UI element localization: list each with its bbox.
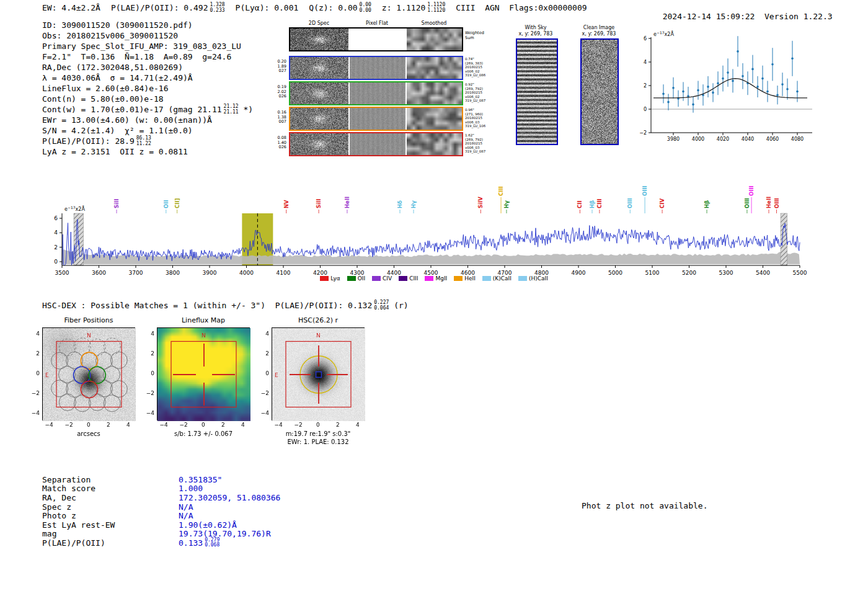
cutout2d-row-weights: 0.201.890270.192.020260.161.380070.081.4…: [263, 56, 286, 161]
fraction-lower: 1.1120: [427, 8, 445, 14]
legend-label: HeII: [464, 275, 476, 282]
x-tick-label: 5400: [756, 270, 770, 276]
cutout-y-tick-label: 0: [142, 370, 154, 376]
fiber-positions-panel: NE: [42, 327, 135, 420]
cutout-y-tick-label: 2: [27, 350, 40, 357]
emission-line-label: CIII: [596, 198, 603, 208]
source-value: 319_LU_106: [465, 124, 485, 128]
emission-line-label: OII: [163, 200, 169, 208]
row-source-label: 0.92"(269, 792)20180215v006_02319_LU_087: [465, 82, 485, 103]
segment-text: λ = 4030.06Å σ = 14.71(±2.49)Å: [42, 73, 193, 82]
y-tick-label: 6: [54, 215, 58, 221]
x-tick-label: 3980: [667, 136, 680, 142]
data-point: [742, 75, 744, 78]
cutout-x-tick-label: 4: [237, 422, 249, 428]
lineflux-map-title: Lineflux Map: [157, 316, 250, 324]
data-point: [697, 89, 699, 92]
cutout-x-tick-label: −4: [272, 422, 285, 428]
cutout-x-tick-label: 2: [217, 422, 229, 428]
smoothed-image: [407, 108, 462, 130]
x-tick-label: 3800: [166, 270, 180, 276]
x-tick-label: 4000: [692, 136, 704, 142]
emission-line-label: CIII: [498, 186, 504, 196]
fraction: 1.11201.1120: [427, 2, 445, 13]
info-line: ID: 3090011520 (3090011520.pdf): [42, 20, 264, 30]
fraction-lower: 21.11: [224, 110, 239, 115]
data-point: [776, 94, 779, 96]
source-value: 0.74": [465, 57, 485, 61]
elixer-report-page: { "header": { "segments": [ {"text": "EW…: [0, 0, 868, 591]
emission-line-label: CIV: [659, 198, 665, 208]
legend-item: OII: [347, 275, 365, 282]
detection-info-block: ID: 3090011520 (3090011520.pdf)Obs: 2018…: [42, 20, 264, 157]
source-value: 319_LU_087: [465, 149, 485, 154]
segment-text: LyA z = 2.3151 OII z = 0.0811: [42, 147, 188, 156]
cutout2d-row: [289, 81, 463, 105]
with-sky-title-text: With Sky: [510, 25, 562, 31]
cutout-x-tick-label: −2: [63, 422, 75, 428]
data-point: [751, 68, 754, 71]
fraction: 0.2270.064: [374, 300, 389, 311]
info-line: LineFlux = 2.60(±0.84)e-16: [42, 83, 264, 94]
legend-swatch: [425, 276, 433, 281]
full-spectrum-plot: 3500360037003800390040004100420043004400…: [38, 166, 832, 290]
fiber-positions-overlay: NE: [43, 328, 136, 421]
cutout-x-tick-label: 0: [82, 422, 95, 428]
east-label: E: [275, 372, 278, 378]
info-segment: Cont(n) = 5.80(±0.00)e-18: [42, 94, 164, 104]
fraction: 0.2790.068: [205, 538, 219, 548]
x-tick-label: 5500: [793, 270, 807, 276]
cutout-x-tick-label: −2: [177, 422, 190, 428]
x-tick-label: 4020: [717, 136, 729, 142]
emission-line-label: OIII: [748, 185, 755, 196]
segment-text: Cont(w) = 1.70(±0.01)e-17 (gmag 21.11: [42, 105, 222, 114]
hsc-caption-1: m:19.7 re:1.9" s:0.3": [265, 430, 371, 437]
weighted-smoothed-image: [407, 29, 462, 50]
legend-item: CIV: [372, 275, 392, 282]
match-row: Photo zN/A: [42, 511, 280, 520]
segment-text: HSC-DEX : Possible Matches = 1 (within +…: [42, 301, 372, 310]
info-segment: Primary Spec_Slot_IFU_AMP: 319_083_023_L…: [42, 42, 241, 51]
fiber-circle: [59, 394, 76, 411]
legend-label: MgII: [435, 275, 447, 282]
col-header-smoothed: Smoothed: [405, 20, 463, 26]
spec2d-image: [290, 82, 348, 104]
with-sky-coords: x, y: 269, 783: [510, 31, 562, 37]
match-row: RA, Dec172.302059, 51.080366: [42, 493, 280, 502]
with-sky-image: [517, 40, 557, 144]
info-segment: S/N = 4.2(±1.4) χ² = 1.1(±0.0): [42, 126, 193, 135]
x-tick-label: 4040: [742, 136, 754, 142]
source-value: 20180215: [465, 116, 485, 120]
fraction-lower: 0.233: [210, 8, 224, 14]
legend-item: (K)CaII: [482, 275, 512, 282]
photz-note: Phot z plot not available.: [582, 501, 708, 510]
lineflux-caption: s/b: 1.73 +/- 0.067: [151, 430, 256, 437]
emission-line-label: CII]: [174, 198, 180, 208]
weighted-sum-label: Weighted Sum: [465, 31, 484, 40]
segment-text: S/N = 4.2(±1.4) χ² = 1.1(±0.0): [42, 126, 193, 135]
info-segment: λ = 4030.06Å σ = 14.71(±2.49)Å: [42, 73, 193, 82]
masked-band: [781, 213, 787, 265]
cutout-y-tick-label: −4: [257, 410, 269, 416]
source-value: 20180215: [465, 91, 485, 95]
legend-swatch: [347, 276, 356, 281]
header-timestamp: 2024-12-14 15:09:22 Version 1.22.3: [653, 2, 833, 21]
fraction-lower: 0.00: [360, 8, 371, 14]
info-segment: P(LAE)/P(OII): 28.986.1311.22: [42, 136, 151, 146]
legend-label: (K)CaII: [493, 275, 512, 282]
emission-line-label: HeII: [766, 197, 772, 208]
weighted-2dspec-image: [290, 29, 348, 50]
source-value: (271, 960): [465, 112, 485, 117]
match-label: Match score: [42, 484, 179, 493]
cutout2d-weighted-row: [289, 27, 463, 51]
spec2d-image: [290, 133, 348, 155]
weighted-label-line2: Sum: [465, 36, 484, 41]
cutout-x-tick-label: 4: [122, 422, 135, 428]
y-tick-label: 4: [54, 229, 58, 236]
weight-value: 007: [263, 120, 286, 125]
fraction: 21.1221.11: [224, 104, 239, 115]
match-properties-table: Separation0.351835"Match score1.000RA, D…: [42, 475, 280, 548]
source-value: v006_02: [465, 95, 485, 99]
hsc-caption-2: EWr: 1. PLAE: 0.132: [265, 438, 371, 445]
y-tick-label: 2: [54, 244, 58, 251]
